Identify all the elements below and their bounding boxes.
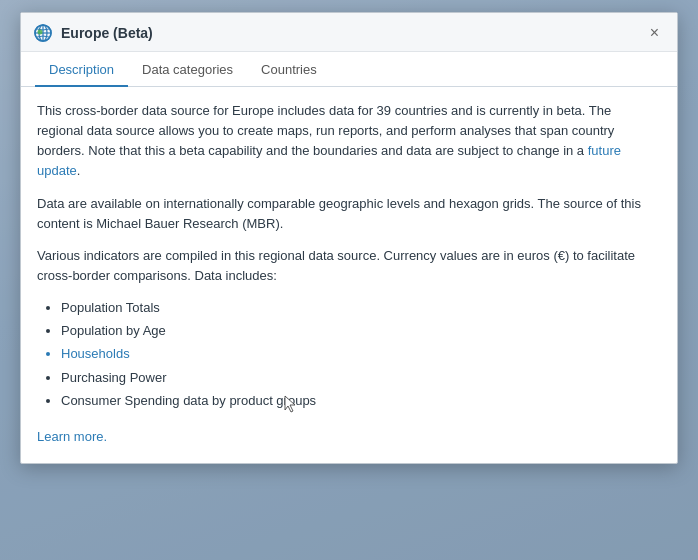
dialog-title-row: Europe (Beta) (33, 23, 153, 43)
description-para2: Data are available on internationally co… (37, 194, 661, 234)
list-item-purchasing-power: Purchasing Power (61, 368, 661, 388)
description-para1: This cross-border data source for Europe… (37, 101, 661, 182)
tab-bar: Description Data categories Countries (21, 52, 677, 87)
dialog-body: This cross-border data source for Europe… (21, 87, 677, 463)
globe-icon (33, 23, 53, 43)
list-item-households: Households (61, 344, 661, 364)
tab-data-categories[interactable]: Data categories (128, 52, 247, 87)
list-item-consumer-spending: Consumer Spending data by product groups (61, 391, 661, 411)
tab-description[interactable]: Description (35, 52, 128, 87)
data-list: Population Totals Population by Age Hous… (61, 298, 661, 411)
tab-countries[interactable]: Countries (247, 52, 331, 87)
list-item-population-totals: Population Totals (61, 298, 661, 318)
dialog-header: Europe (Beta) × (21, 13, 677, 52)
close-button[interactable]: × (646, 23, 663, 43)
description-para3: Various indicators are compiled in this … (37, 246, 661, 286)
learn-more-link[interactable]: Learn more. (37, 427, 107, 447)
svg-point-5 (38, 30, 43, 35)
future-update-link[interactable]: future update (37, 143, 621, 178)
dialog-title: Europe (Beta) (61, 25, 153, 41)
dialog: Europe (Beta) × Description Data categor… (20, 12, 678, 464)
list-item-population-age: Population by Age (61, 321, 661, 341)
